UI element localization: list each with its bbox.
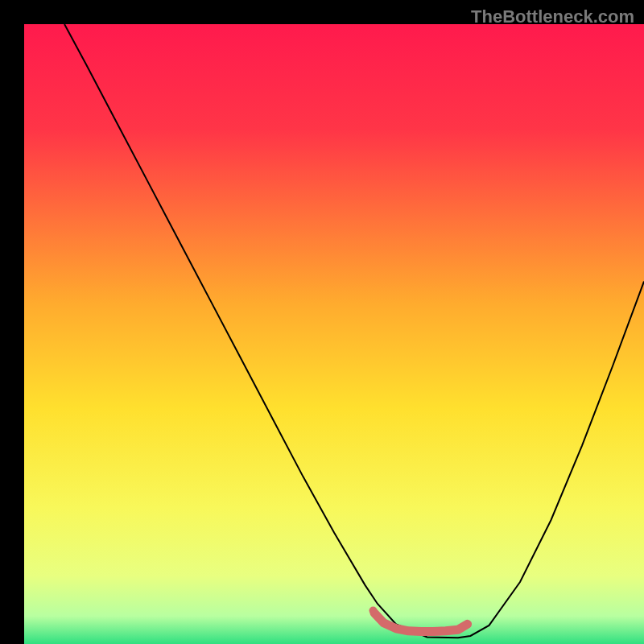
chart-area — [24, 24, 644, 644]
gradient-background — [24, 24, 644, 644]
watermark-text: TheBottleneck.com — [471, 6, 634, 27]
chart-svg — [24, 24, 644, 644]
markers-group — [369, 606, 378, 614]
start-dot — [369, 606, 378, 614]
